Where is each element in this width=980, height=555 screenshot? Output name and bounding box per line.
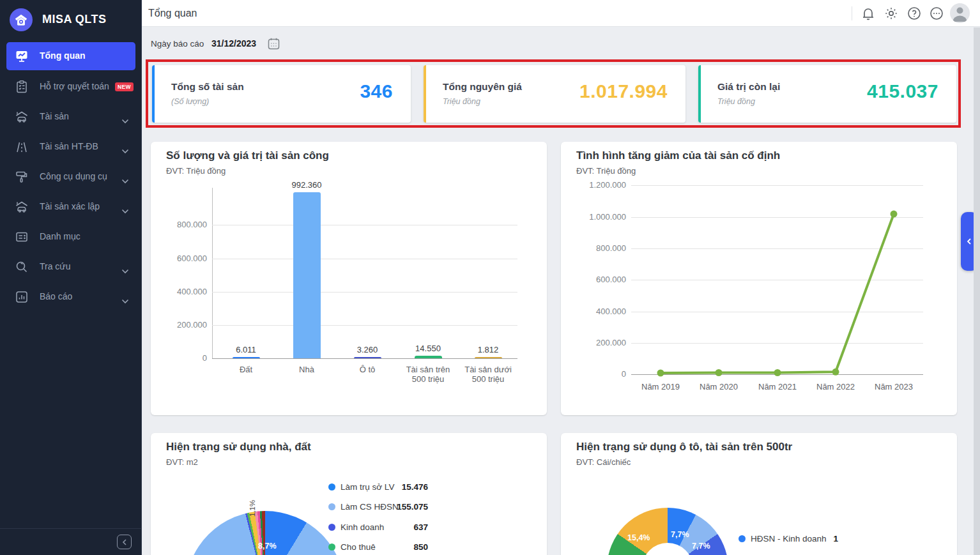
kpi-value: 415.037 xyxy=(867,80,938,102)
legend-dot xyxy=(328,503,335,510)
bar-o-to xyxy=(354,357,381,358)
report-chart-icon xyxy=(15,290,29,304)
sidebar-item-label: Hỗ trợ quyết toán xyxy=(40,81,109,91)
sidebar-item-tong-quan[interactable]: Tổng quan xyxy=(6,42,135,70)
sidebar-item-label: Tra cứu xyxy=(40,261,71,271)
pie-slice-label: 7,7% xyxy=(692,542,710,551)
legend-dot xyxy=(739,535,746,542)
help-icon[interactable] xyxy=(907,6,922,21)
line-chart-card: Tình hình tăng giảm của tài sản cố định … xyxy=(561,142,957,415)
sidebar-item-tai-san[interactable]: Tài sản xyxy=(0,103,142,131)
chevron-down-icon xyxy=(121,265,129,270)
pie-slice-label: 1,1% xyxy=(249,500,256,517)
pie-slice-label: 15,4% xyxy=(627,533,650,542)
bar-nha xyxy=(293,192,321,358)
sidebar-item-tai-san-xac-lap[interactable]: Tài sản xác lập xyxy=(0,193,142,221)
chevron-down-icon xyxy=(121,175,129,180)
road-icon xyxy=(15,140,29,154)
sidebar: MISA QLTS Tổng quan Hỗ trợ quyết toán NE… xyxy=(0,0,142,555)
legend-value: 637 xyxy=(362,522,428,532)
chart-unit-label: ĐVT: Cái/chiếc xyxy=(576,457,631,467)
chevron-down-icon xyxy=(121,295,129,300)
scrollbar-track[interactable] xyxy=(974,27,980,555)
sidebar-item-label: Tài sản HT-ĐB xyxy=(40,141,98,151)
page-title: Tổng quan xyxy=(148,8,197,19)
bar-ts-duoi-500 xyxy=(475,357,502,358)
kpi-title: Giá trị còn lại xyxy=(717,81,780,93)
report-date-input[interactable]: 31/12/2023 xyxy=(211,38,256,49)
asset-house-car-icon xyxy=(15,200,29,214)
legend-value: 850 xyxy=(362,542,428,552)
calendar-icon[interactable] xyxy=(267,37,280,50)
asset-house-car-icon xyxy=(15,110,29,124)
top-bar xyxy=(142,0,980,27)
brand: MISA QLTS xyxy=(0,5,142,36)
kpi-unit: Triệu đồng xyxy=(717,97,755,106)
legend-dot xyxy=(328,483,335,490)
brand-name: MISA QLTS xyxy=(42,13,107,26)
chart-title: Số lượng và giá trị tài sản công xyxy=(166,149,329,162)
app-logo-icon xyxy=(10,8,33,31)
chart-title: Hiện trạng sử dụng ô tô, tài sản trên 50… xyxy=(576,441,792,453)
sidebar-item-label: Tài sản xyxy=(40,111,69,121)
chart-title: Hiện trạng sử dụng nhà, đất xyxy=(166,441,311,453)
user-avatar[interactable] xyxy=(950,3,970,23)
kpi-value: 1.017.994 xyxy=(579,80,668,102)
sidebar-item-tra-cuu[interactable]: Tra cứu xyxy=(0,253,142,281)
donut-chart-card: Hiện trạng sử dụng ô tô, tài sản trên 50… xyxy=(561,433,957,555)
chevron-down-icon xyxy=(121,145,129,150)
bar-dat xyxy=(233,357,260,358)
clipboard-icon xyxy=(15,80,29,94)
bar-ts-tren-500 xyxy=(415,356,442,358)
bar-chart-card: Số lượng và giá trị tài sản công ĐVT: Tr… xyxy=(151,142,547,415)
sidebar-item-ho-tro-quyet-toan[interactable]: Hỗ trợ quyết toán NEW xyxy=(0,73,142,101)
more-options-icon[interactable] xyxy=(929,6,944,21)
legend-dot xyxy=(328,524,335,531)
sidebar-item-label: Báo cáo xyxy=(40,291,72,301)
sidebar-item-label: Danh mục xyxy=(40,231,80,241)
sidebar-item-label: Tài sản xác lập xyxy=(40,201,100,211)
pie-slice-label: 8,7% xyxy=(258,542,277,551)
sidebar-item-cong-cu-dung-cu[interactable]: Công cụ dụng cụ xyxy=(0,163,142,191)
sidebar-footer-divider xyxy=(0,528,142,529)
paint-roller-icon xyxy=(15,170,29,184)
report-date-label: Ngày báo cáo xyxy=(151,39,204,49)
sidebar-item-bao-cao[interactable]: Báo cáo xyxy=(0,283,142,311)
list-icon xyxy=(15,230,29,244)
chart-unit-label: ĐVT: m2 xyxy=(166,457,198,467)
notifications-bell-icon[interactable] xyxy=(861,6,876,21)
kpi-title: Tổng số tài sản xyxy=(171,81,244,93)
kpi-unit: Triệu đồng xyxy=(443,97,480,106)
chart-unit-label: ĐVT: Triệu đồng xyxy=(166,166,226,176)
topbar-divider xyxy=(852,6,852,20)
search-icon xyxy=(15,260,29,274)
sidebar-item-danh-muc[interactable]: Danh mục xyxy=(0,223,142,251)
kpi-title: Tổng nguyên giá xyxy=(443,81,522,93)
settings-gear-icon[interactable] xyxy=(884,6,899,21)
sidebar-item-tai-san-ht-db[interactable]: Tài sản HT-ĐB xyxy=(0,133,142,161)
sidebar-collapse-button[interactable] xyxy=(117,535,132,549)
legend-value: 15.476 xyxy=(362,482,428,492)
kpi-card-original-cost: Tổng nguyên giá Triệu đồng 1.017.994 xyxy=(424,65,685,123)
legend-value: 1 xyxy=(772,534,838,544)
kpi-card-total-assets: Tổng số tài sản (Số lượng) 346 xyxy=(152,65,411,123)
overview-icon xyxy=(15,49,29,63)
sidebar-item-label: Tổng quan xyxy=(40,50,86,61)
legend-value: 155.075 xyxy=(362,502,428,512)
kpi-card-remaining-value: Giá trị còn lại Triệu đồng 415.037 xyxy=(698,65,956,123)
pie-chart-card: Hiện trạng sử dụng nhà, đất ĐVT: m2 8,7%… xyxy=(151,433,547,555)
pie-slice-label: 7,7% xyxy=(671,530,689,539)
kpi-value: 346 xyxy=(360,80,393,102)
line-series xyxy=(561,142,957,415)
chevron-down-icon xyxy=(121,205,129,210)
legend-dot xyxy=(328,544,335,551)
sidebar-item-label: Công cụ dụng cụ xyxy=(40,171,107,181)
misa-qlts-dashboard: MISA QLTS Tổng quan Hỗ trợ quyết toán NE… xyxy=(0,0,980,555)
kpi-unit: (Số lượng) xyxy=(171,97,209,106)
chevron-down-icon xyxy=(121,115,129,120)
new-badge: NEW xyxy=(115,82,134,91)
